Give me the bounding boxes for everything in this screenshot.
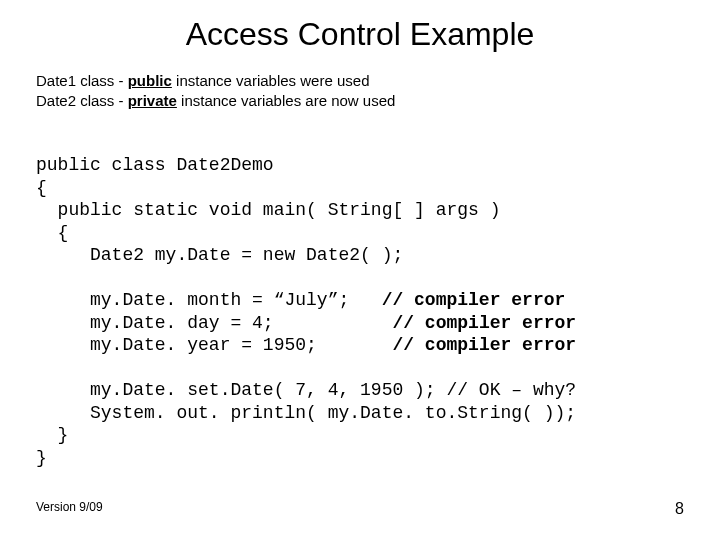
subtitle-line-2: Date2 class - private instance variables… <box>36 91 684 111</box>
subtitle2-prefix: Date2 class - <box>36 92 128 109</box>
code-line: Date2 my.Date = new Date2( ); <box>36 245 403 265</box>
code-line: my.Date. day = 4; // compiler error <box>36 313 576 333</box>
subtitle1-prefix: Date1 class - <box>36 72 128 89</box>
code-fragment: my.Date. year = 1950; <box>36 335 392 355</box>
subtitle2-suffix: instance variables are now used <box>177 92 395 109</box>
subtitle1-keyword: public <box>128 72 172 89</box>
code-fragment: my.Date. day = 4; <box>36 313 392 333</box>
subtitle-block: Date1 class - public instance variables … <box>36 71 684 112</box>
footer-version: Version 9/09 <box>36 500 103 514</box>
code-comment: // compiler error <box>392 313 576 333</box>
code-line: { <box>36 223 68 243</box>
footer-page-number: 8 <box>675 500 684 518</box>
code-line: public static void main( String[ ] args … <box>36 200 500 220</box>
slide-title: Access Control Example <box>36 16 684 53</box>
code-fragment: my.Date. month = “July”; <box>36 290 382 310</box>
code-line: { <box>36 178 47 198</box>
code-line: } <box>36 448 47 468</box>
subtitle-line-1: Date1 class - public instance variables … <box>36 71 684 91</box>
code-comment: // compiler error <box>382 290 566 310</box>
code-comment: // compiler error <box>392 335 576 355</box>
code-block: public class Date2Demo { public static v… <box>36 132 684 470</box>
code-line: my.Date. year = 1950; // compiler error <box>36 335 576 355</box>
code-line: my.Date. month = “July”; // compiler err… <box>36 290 565 310</box>
code-line: System. out. println( my.Date. to.String… <box>36 403 576 423</box>
code-line: public class Date2Demo <box>36 155 274 175</box>
subtitle1-suffix: instance variables were used <box>172 72 370 89</box>
code-line: } <box>36 425 68 445</box>
code-line: my.Date. set.Date( 7, 4, 1950 ); // OK –… <box>36 380 576 400</box>
subtitle2-keyword: private <box>128 92 177 109</box>
